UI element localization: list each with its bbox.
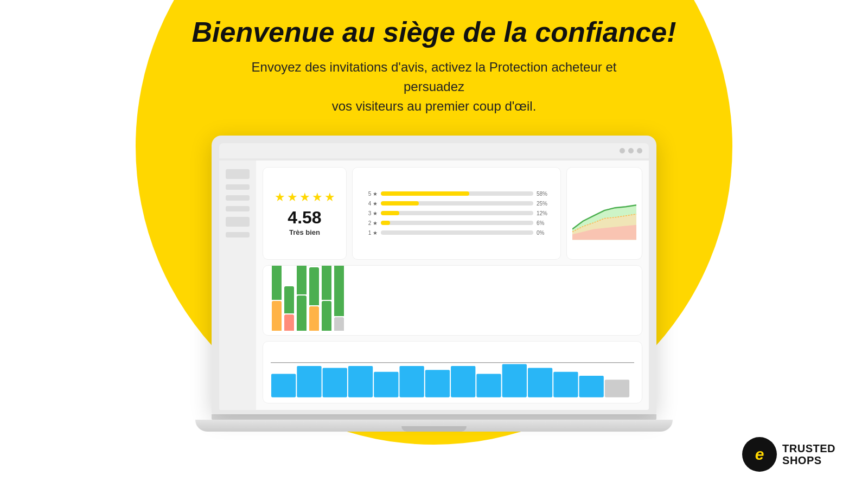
svg-rect-17 xyxy=(605,380,629,397)
trusted-shops-shops: SHOPS xyxy=(782,454,835,466)
trusted-shops-text: TRUSTED SHOPS xyxy=(782,442,835,466)
dashboard-top-row: ★ ★ ★ ★ ★ 4.58 Très bien xyxy=(263,167,642,260)
star-5: ★ xyxy=(324,190,335,204)
line-chart-svg xyxy=(271,347,634,397)
rating-bar-row: 1 ★ 0% xyxy=(362,230,551,236)
laptop-base xyxy=(212,414,656,432)
trusted-shops-logo: e TRUSTED SHOPS xyxy=(742,437,835,472)
svg-rect-9 xyxy=(399,366,424,397)
sidebar-item xyxy=(226,195,250,201)
bar-column-group xyxy=(297,265,307,331)
line-chart-section xyxy=(263,341,642,403)
star-1: ★ xyxy=(275,190,285,204)
page-title: Bienvenue au siège de la confiance! xyxy=(192,16,676,49)
svg-rect-4 xyxy=(271,374,296,397)
sidebar-item xyxy=(226,232,250,237)
star-2: ★ xyxy=(287,190,298,204)
star-rating: ★ ★ ★ ★ ★ xyxy=(275,190,335,204)
bar-charts-row xyxy=(263,265,642,336)
laptop-screen-outer: ★ ★ ★ ★ ★ 4.58 Très bien xyxy=(212,136,656,414)
sidebar-item xyxy=(226,217,250,227)
bar-column-group xyxy=(334,265,344,331)
bar-column-group xyxy=(322,265,331,331)
sidebar-item xyxy=(226,169,250,179)
sidebar-item xyxy=(226,184,250,190)
sidebar-item xyxy=(226,206,250,211)
svg-rect-12 xyxy=(476,374,501,397)
dashboard-sidebar xyxy=(219,160,256,410)
rating-bar-row: 5 ★ 58% xyxy=(362,191,551,197)
rating-bar-row: 4 ★ 25% xyxy=(362,201,551,207)
trusted-shops-circle: e xyxy=(742,437,777,472)
svg-rect-6 xyxy=(323,368,347,397)
rating-card: ★ ★ ★ ★ ★ 4.58 Très bien xyxy=(263,167,347,260)
dashboard-main: ★ ★ ★ ★ ★ 4.58 Très bien xyxy=(256,160,649,410)
svg-rect-8 xyxy=(374,372,398,397)
laptop-dot-3 xyxy=(637,148,642,153)
laptop-mockup: ★ ★ ★ ★ ★ 4.58 Très bien xyxy=(212,136,656,432)
rating-label: Très bien xyxy=(289,228,320,236)
svg-rect-13 xyxy=(502,364,527,397)
trusted-shops-trusted: TRUSTED xyxy=(782,442,835,454)
area-chart-svg xyxy=(572,181,636,246)
main-content: Bienvenue au siège de la confiance! Envo… xyxy=(0,0,868,432)
bar-chart-card-1 xyxy=(263,265,642,336)
svg-rect-10 xyxy=(425,370,450,397)
laptop-window-dots xyxy=(620,148,642,153)
rating-bar-row: 2 ★ 6% xyxy=(362,220,551,226)
laptop-dot-1 xyxy=(620,148,625,153)
svg-rect-7 xyxy=(348,366,373,397)
line-chart-card xyxy=(263,341,642,403)
page-subtitle: Envoyez des invitations d'avis, activez … xyxy=(222,57,646,116)
star-4: ★ xyxy=(312,190,323,204)
bar-column-group xyxy=(309,267,319,331)
bar-column-group xyxy=(272,265,282,331)
laptop-hinge xyxy=(212,414,656,420)
rating-bar-row: 3 ★ 12% xyxy=(362,210,551,216)
svg-rect-15 xyxy=(553,372,578,397)
svg-rect-5 xyxy=(297,366,321,397)
rating-number: 4.58 xyxy=(288,209,321,226)
laptop-dot-2 xyxy=(628,148,634,153)
rating-breakdown-card: 5 ★ 58% 4 ★ 25% 3 ★ 12% 2 ★ 6% 1 ★ 0% xyxy=(352,167,561,260)
laptop-base-body xyxy=(195,420,673,432)
laptop-notch xyxy=(401,426,467,432)
area-chart-card xyxy=(566,167,642,260)
svg-rect-14 xyxy=(528,368,552,397)
bar-column-group xyxy=(284,286,294,331)
star-3: ★ xyxy=(299,190,310,204)
svg-rect-11 xyxy=(451,366,475,397)
svg-rect-16 xyxy=(579,376,604,397)
laptop-screen-inner: ★ ★ ★ ★ ★ 4.58 Très bien xyxy=(219,160,649,410)
laptop-top-bar xyxy=(219,143,649,158)
trusted-shops-icon: e xyxy=(755,445,764,464)
